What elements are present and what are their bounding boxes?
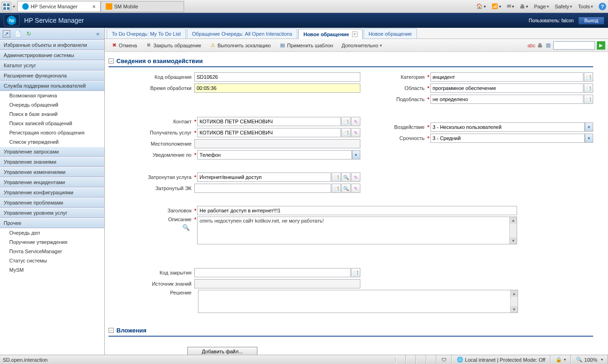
detail-icon[interactable]: ✎ bbox=[351, 128, 360, 137]
ci-field[interactable] bbox=[194, 184, 331, 193]
detail-icon[interactable]: ✎ bbox=[351, 172, 360, 182]
browser-tab-0[interactable]: HP Service Manager × bbox=[17, 1, 101, 12]
sidebar-item[interactable]: Регистрация нового обращения bbox=[0, 128, 104, 137]
zoom-control[interactable]: 🔍100%▾ bbox=[571, 355, 608, 364]
recipient-field[interactable] bbox=[197, 128, 340, 137]
sidebar-section[interactable]: Управление уровнем услуг bbox=[0, 208, 104, 218]
lookup-icon[interactable]: 📑 bbox=[584, 72, 593, 82]
sidebar-item[interactable]: Поиск записей обращений bbox=[0, 119, 104, 128]
sidebar-item[interactable]: MySM bbox=[0, 265, 104, 275]
lookup-icon[interactable]: 📑 bbox=[332, 184, 341, 193]
sidebar-item[interactable]: Поручение утверждения bbox=[0, 237, 104, 247]
protected-mode-icon[interactable]: 🔒▾ bbox=[550, 355, 571, 364]
sidebar-section[interactable]: Расширение функционала bbox=[0, 70, 104, 81]
closure-field[interactable] bbox=[194, 268, 351, 277]
search-input[interactable] bbox=[553, 41, 595, 50]
sidebar-section[interactable]: Каталог услуг bbox=[0, 60, 104, 70]
urgency-label: Срочность bbox=[370, 135, 428, 141]
sidebar-item[interactable]: Список утверждений bbox=[0, 137, 104, 147]
collapse-section-icon[interactable]: − bbox=[109, 58, 114, 64]
tab-grid-icon[interactable] bbox=[2, 2, 11, 11]
resolution-field[interactable]: ▲▼ bbox=[198, 290, 518, 313]
magnify-icon[interactable]: 🔍 bbox=[136, 222, 194, 231]
content-tab[interactable]: Новое обращение bbox=[364, 28, 417, 38]
sidebar-section[interactable]: Управление знаниями bbox=[0, 157, 104, 167]
lookup-icon[interactable]: 📑 bbox=[341, 117, 351, 126]
sidebar-section[interactable]: Управление запросами bbox=[0, 147, 104, 157]
sidebar-section[interactable]: Администрирование системы bbox=[0, 50, 104, 60]
notify-field[interactable] bbox=[197, 150, 352, 160]
cancel-button[interactable]: ✖Отмена bbox=[108, 41, 140, 50]
content-tab[interactable]: To Do Очередь: My To Do List bbox=[107, 28, 186, 38]
tab-close-icon[interactable]: × bbox=[93, 4, 96, 9]
content-tab[interactable]: Новое обращение× bbox=[298, 29, 362, 39]
sidebar-item[interactable]: Возможная причина bbox=[0, 91, 104, 100]
subarea-field[interactable] bbox=[430, 95, 583, 104]
dropdown-icon[interactable]: ▼ bbox=[585, 134, 593, 143]
impact-field[interactable] bbox=[430, 122, 585, 132]
escalate-button[interactable]: ⚠Выполнить эскалацию bbox=[206, 41, 274, 50]
print-action-icon[interactable]: 🖶 bbox=[537, 42, 543, 49]
sidebar-section[interactable]: Прочее bbox=[0, 218, 104, 228]
contact-field[interactable] bbox=[197, 117, 340, 126]
sidebar-item[interactable]: Очередь обращений bbox=[0, 100, 104, 109]
detail-icon[interactable]: ✎ bbox=[351, 184, 360, 193]
refresh-icon[interactable]: ↻ bbox=[25, 30, 32, 38]
lookup-icon[interactable]: 📑 bbox=[584, 83, 593, 93]
print-icon[interactable]: 🖶▾ bbox=[520, 4, 528, 9]
sidebar-section[interactable]: Управление проблемами bbox=[0, 198, 104, 208]
service-field[interactable] bbox=[197, 172, 331, 182]
id-field[interactable] bbox=[194, 72, 360, 82]
content-tab[interactable]: Обращение Очередь: All Open Interactions bbox=[187, 28, 297, 38]
close-record-button[interactable]: ✖Закрыть обращение bbox=[142, 41, 204, 50]
browser-tab-1[interactable]: SM Mobile bbox=[101, 1, 184, 12]
tools-menu[interactable]: Tools bbox=[578, 4, 593, 9]
dropdown-icon[interactable]: ▼ bbox=[585, 122, 593, 132]
home-icon[interactable]: 🏠▾ bbox=[476, 3, 486, 9]
help-icon[interactable]: ? bbox=[599, 3, 606, 10]
lookup-icon[interactable]: 📑 bbox=[341, 128, 351, 137]
sidebar-item[interactable]: Очередь дел bbox=[0, 228, 104, 237]
sidebar-item[interactable]: Почта ServiceManager bbox=[0, 247, 104, 256]
sidebar-section[interactable]: Управление конфигурациями bbox=[0, 187, 104, 198]
sidebar-section[interactable]: Служба поддержки пользователей bbox=[0, 81, 104, 91]
urgency-field[interactable] bbox=[430, 134, 585, 143]
go-button[interactable]: ▶ bbox=[597, 41, 605, 50]
lookup-icon[interactable]: 📑 bbox=[584, 95, 593, 104]
sidebar-item[interactable]: Поиск в базе знаний bbox=[0, 109, 104, 119]
spellcheck-icon[interactable]: abc bbox=[528, 42, 535, 49]
expand-icon[interactable]: ↗ bbox=[3, 30, 10, 38]
location-field bbox=[194, 139, 360, 148]
collapse-sidebar-icon[interactable]: « bbox=[94, 30, 102, 38]
browser-menu: 🏠▾ 📶▾ ✉▾ 🖶▾ Page Safety Tools ? bbox=[476, 3, 606, 10]
dropdown-icon[interactable]: ▼ bbox=[352, 150, 360, 160]
screen-icon[interactable]: ▥ bbox=[545, 42, 551, 49]
exit-button[interactable]: Выход bbox=[578, 17, 604, 25]
feeds-icon[interactable]: 📶▾ bbox=[492, 3, 501, 9]
lookup-icon[interactable]: 📑 bbox=[332, 172, 341, 182]
add-icon[interactable]: 📄 bbox=[14, 30, 21, 38]
sidebar-toolbar: ↗ 📄 ↻ « bbox=[0, 28, 104, 40]
popup-blocker-icon[interactable]: 🛡 bbox=[436, 355, 452, 364]
category-field[interactable] bbox=[430, 72, 583, 82]
sidebar-item[interactable]: Статус системы bbox=[0, 256, 104, 265]
search-icon[interactable]: 🔍 bbox=[341, 184, 351, 193]
security-zone[interactable]: 🌐Local intranet | Protected Mode: Off bbox=[452, 355, 550, 364]
sidebar-section[interactable]: Управление изменениями bbox=[0, 167, 104, 177]
apply-template-button[interactable]: ▤Применить шаблон bbox=[276, 41, 336, 50]
description-field[interactable]: опять недоступен сайт kotikov.net, не мо… bbox=[197, 217, 517, 244]
search-icon[interactable]: 🔍 bbox=[341, 172, 351, 182]
lookup-icon[interactable]: 📑 bbox=[351, 268, 360, 277]
mail-icon[interactable]: ✉▾ bbox=[507, 3, 514, 9]
collapse-section-icon[interactable]: − bbox=[109, 328, 114, 333]
sidebar-section[interactable]: Управление инцидентами bbox=[0, 177, 104, 187]
area-field[interactable] bbox=[430, 83, 583, 93]
sidebar-section[interactable]: Избранные объекты и инфопанели bbox=[0, 40, 104, 50]
add-file-button[interactable]: Добавить файл... bbox=[187, 347, 257, 355]
more-button[interactable]: Дополнительно bbox=[338, 41, 385, 50]
page-menu[interactable]: Page bbox=[534, 4, 549, 9]
safety-menu[interactable]: Safety bbox=[555, 4, 572, 9]
title-field[interactable] bbox=[197, 206, 517, 215]
detail-icon[interactable]: ✎ bbox=[351, 117, 360, 126]
tab-close-icon[interactable]: × bbox=[352, 32, 358, 37]
